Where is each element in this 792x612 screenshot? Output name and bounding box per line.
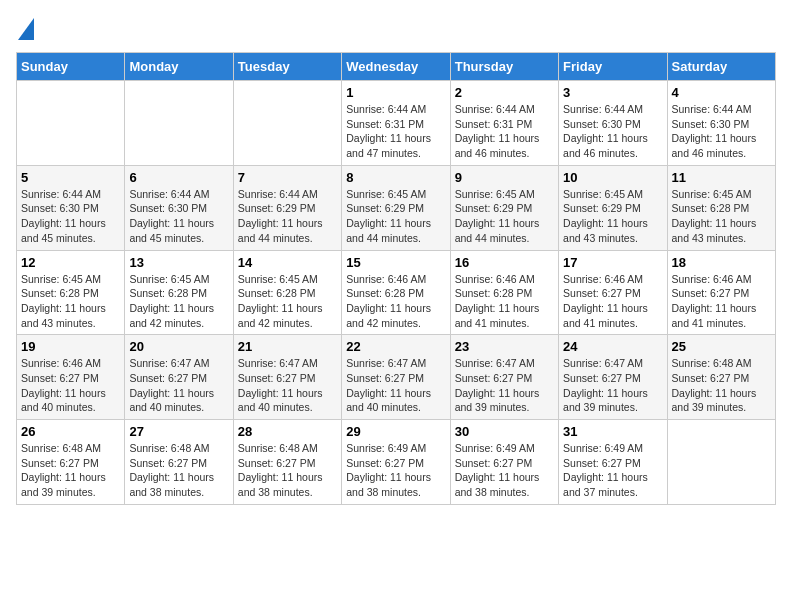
day-info: Sunrise: 6:47 AM Sunset: 6:27 PM Dayligh… xyxy=(238,356,337,415)
day-info: Sunrise: 6:49 AM Sunset: 6:27 PM Dayligh… xyxy=(346,441,445,500)
logo-triangle-icon xyxy=(18,18,34,40)
calendar-body: 1Sunrise: 6:44 AM Sunset: 6:31 PM Daylig… xyxy=(17,81,776,505)
calendar-day-cell: 17Sunrise: 6:46 AM Sunset: 6:27 PM Dayli… xyxy=(559,250,667,335)
calendar-day-cell: 19Sunrise: 6:46 AM Sunset: 6:27 PM Dayli… xyxy=(17,335,125,420)
calendar-day-cell: 11Sunrise: 6:45 AM Sunset: 6:28 PM Dayli… xyxy=(667,165,775,250)
calendar-day-cell: 2Sunrise: 6:44 AM Sunset: 6:31 PM Daylig… xyxy=(450,81,558,166)
day-info: Sunrise: 6:45 AM Sunset: 6:28 PM Dayligh… xyxy=(238,272,337,331)
day-number: 29 xyxy=(346,424,445,439)
calendar-day-cell: 22Sunrise: 6:47 AM Sunset: 6:27 PM Dayli… xyxy=(342,335,450,420)
calendar-header-cell: Saturday xyxy=(667,53,775,81)
day-info: Sunrise: 6:47 AM Sunset: 6:27 PM Dayligh… xyxy=(129,356,228,415)
day-number: 5 xyxy=(21,170,120,185)
calendar-header-cell: Friday xyxy=(559,53,667,81)
day-number: 18 xyxy=(672,255,771,270)
calendar-day-cell: 13Sunrise: 6:45 AM Sunset: 6:28 PM Dayli… xyxy=(125,250,233,335)
day-number: 7 xyxy=(238,170,337,185)
calendar-header-cell: Tuesday xyxy=(233,53,341,81)
calendar-day-cell: 24Sunrise: 6:47 AM Sunset: 6:27 PM Dayli… xyxy=(559,335,667,420)
day-info: Sunrise: 6:45 AM Sunset: 6:29 PM Dayligh… xyxy=(346,187,445,246)
day-info: Sunrise: 6:48 AM Sunset: 6:27 PM Dayligh… xyxy=(21,441,120,500)
day-number: 30 xyxy=(455,424,554,439)
logo xyxy=(16,16,34,40)
calendar-day-cell: 12Sunrise: 6:45 AM Sunset: 6:28 PM Dayli… xyxy=(17,250,125,335)
day-number: 16 xyxy=(455,255,554,270)
day-info: Sunrise: 6:45 AM Sunset: 6:28 PM Dayligh… xyxy=(21,272,120,331)
day-number: 24 xyxy=(563,339,662,354)
day-number: 9 xyxy=(455,170,554,185)
day-info: Sunrise: 6:46 AM Sunset: 6:27 PM Dayligh… xyxy=(672,272,771,331)
day-number: 28 xyxy=(238,424,337,439)
calendar-day-cell: 3Sunrise: 6:44 AM Sunset: 6:30 PM Daylig… xyxy=(559,81,667,166)
day-info: Sunrise: 6:49 AM Sunset: 6:27 PM Dayligh… xyxy=(563,441,662,500)
day-number: 10 xyxy=(563,170,662,185)
day-number: 12 xyxy=(21,255,120,270)
calendar-day-cell: 31Sunrise: 6:49 AM Sunset: 6:27 PM Dayli… xyxy=(559,420,667,505)
calendar-day-cell xyxy=(17,81,125,166)
day-number: 3 xyxy=(563,85,662,100)
day-number: 4 xyxy=(672,85,771,100)
day-info: Sunrise: 6:44 AM Sunset: 6:30 PM Dayligh… xyxy=(563,102,662,161)
day-info: Sunrise: 6:44 AM Sunset: 6:30 PM Dayligh… xyxy=(21,187,120,246)
day-number: 2 xyxy=(455,85,554,100)
day-number: 8 xyxy=(346,170,445,185)
day-number: 26 xyxy=(21,424,120,439)
calendar-day-cell: 4Sunrise: 6:44 AM Sunset: 6:30 PM Daylig… xyxy=(667,81,775,166)
day-info: Sunrise: 6:44 AM Sunset: 6:29 PM Dayligh… xyxy=(238,187,337,246)
day-number: 13 xyxy=(129,255,228,270)
day-info: Sunrise: 6:47 AM Sunset: 6:27 PM Dayligh… xyxy=(455,356,554,415)
day-number: 6 xyxy=(129,170,228,185)
day-number: 1 xyxy=(346,85,445,100)
day-info: Sunrise: 6:46 AM Sunset: 6:28 PM Dayligh… xyxy=(455,272,554,331)
calendar-day-cell: 1Sunrise: 6:44 AM Sunset: 6:31 PM Daylig… xyxy=(342,81,450,166)
day-number: 17 xyxy=(563,255,662,270)
day-info: Sunrise: 6:48 AM Sunset: 6:27 PM Dayligh… xyxy=(238,441,337,500)
calendar-day-cell: 5Sunrise: 6:44 AM Sunset: 6:30 PM Daylig… xyxy=(17,165,125,250)
calendar-day-cell: 14Sunrise: 6:45 AM Sunset: 6:28 PM Dayli… xyxy=(233,250,341,335)
day-number: 23 xyxy=(455,339,554,354)
day-number: 15 xyxy=(346,255,445,270)
calendar-day-cell xyxy=(667,420,775,505)
day-number: 31 xyxy=(563,424,662,439)
day-number: 20 xyxy=(129,339,228,354)
calendar-day-cell: 25Sunrise: 6:48 AM Sunset: 6:27 PM Dayli… xyxy=(667,335,775,420)
calendar-header-cell: Thursday xyxy=(450,53,558,81)
calendar-week-row: 12Sunrise: 6:45 AM Sunset: 6:28 PM Dayli… xyxy=(17,250,776,335)
day-info: Sunrise: 6:49 AM Sunset: 6:27 PM Dayligh… xyxy=(455,441,554,500)
calendar-week-row: 1Sunrise: 6:44 AM Sunset: 6:31 PM Daylig… xyxy=(17,81,776,166)
calendar-day-cell: 20Sunrise: 6:47 AM Sunset: 6:27 PM Dayli… xyxy=(125,335,233,420)
calendar-header-cell: Wednesday xyxy=(342,53,450,81)
calendar-day-cell: 8Sunrise: 6:45 AM Sunset: 6:29 PM Daylig… xyxy=(342,165,450,250)
calendar-header-cell: Monday xyxy=(125,53,233,81)
day-info: Sunrise: 6:44 AM Sunset: 6:31 PM Dayligh… xyxy=(346,102,445,161)
calendar-day-cell: 9Sunrise: 6:45 AM Sunset: 6:29 PM Daylig… xyxy=(450,165,558,250)
day-info: Sunrise: 6:47 AM Sunset: 6:27 PM Dayligh… xyxy=(346,356,445,415)
day-number: 21 xyxy=(238,339,337,354)
calendar-week-row: 19Sunrise: 6:46 AM Sunset: 6:27 PM Dayli… xyxy=(17,335,776,420)
calendar-day-cell: 28Sunrise: 6:48 AM Sunset: 6:27 PM Dayli… xyxy=(233,420,341,505)
day-number: 14 xyxy=(238,255,337,270)
calendar-day-cell: 18Sunrise: 6:46 AM Sunset: 6:27 PM Dayli… xyxy=(667,250,775,335)
calendar-header-cell: Sunday xyxy=(17,53,125,81)
day-info: Sunrise: 6:44 AM Sunset: 6:30 PM Dayligh… xyxy=(672,102,771,161)
calendar-week-row: 26Sunrise: 6:48 AM Sunset: 6:27 PM Dayli… xyxy=(17,420,776,505)
day-info: Sunrise: 6:45 AM Sunset: 6:28 PM Dayligh… xyxy=(672,187,771,246)
calendar-day-cell: 23Sunrise: 6:47 AM Sunset: 6:27 PM Dayli… xyxy=(450,335,558,420)
calendar-day-cell: 6Sunrise: 6:44 AM Sunset: 6:30 PM Daylig… xyxy=(125,165,233,250)
header xyxy=(16,16,776,40)
calendar-day-cell xyxy=(125,81,233,166)
calendar-day-cell: 15Sunrise: 6:46 AM Sunset: 6:28 PM Dayli… xyxy=(342,250,450,335)
day-number: 11 xyxy=(672,170,771,185)
calendar-day-cell xyxy=(233,81,341,166)
day-info: Sunrise: 6:44 AM Sunset: 6:31 PM Dayligh… xyxy=(455,102,554,161)
day-number: 27 xyxy=(129,424,228,439)
calendar-day-cell: 27Sunrise: 6:48 AM Sunset: 6:27 PM Dayli… xyxy=(125,420,233,505)
calendar-day-cell: 16Sunrise: 6:46 AM Sunset: 6:28 PM Dayli… xyxy=(450,250,558,335)
calendar-day-cell: 30Sunrise: 6:49 AM Sunset: 6:27 PM Dayli… xyxy=(450,420,558,505)
day-info: Sunrise: 6:46 AM Sunset: 6:27 PM Dayligh… xyxy=(563,272,662,331)
day-info: Sunrise: 6:45 AM Sunset: 6:28 PM Dayligh… xyxy=(129,272,228,331)
day-info: Sunrise: 6:46 AM Sunset: 6:27 PM Dayligh… xyxy=(21,356,120,415)
day-number: 19 xyxy=(21,339,120,354)
calendar-day-cell: 21Sunrise: 6:47 AM Sunset: 6:27 PM Dayli… xyxy=(233,335,341,420)
calendar-day-cell: 29Sunrise: 6:49 AM Sunset: 6:27 PM Dayli… xyxy=(342,420,450,505)
